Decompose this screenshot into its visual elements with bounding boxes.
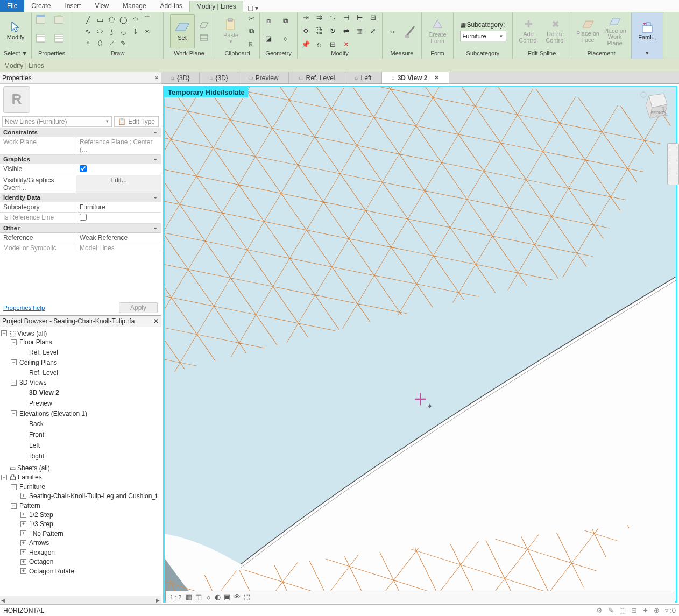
- status-icon-5[interactable]: ✦: [642, 606, 648, 614]
- mod-unpin[interactable]: ⎌: [314, 39, 324, 49]
- view-tab-3[interactable]: ▭Ref. Level: [289, 72, 345, 84]
- tab-manage[interactable]: Manage: [116, 0, 153, 12]
- visual-style-icon[interactable]: ◫: [195, 593, 202, 601]
- project-browser-close[interactable]: ✕: [153, 317, 159, 325]
- tab-insert[interactable]: Insert: [58, 0, 88, 12]
- tab-modify-lines[interactable]: Modify | Lines: [189, 1, 243, 12]
- tree-toggle[interactable]: +: [20, 568, 26, 574]
- view-scale[interactable]: 1 : 2: [170, 594, 181, 600]
- draw-ellipse[interactable]: ⬭: [95, 26, 105, 36]
- family-dropdown[interactable]: ▾: [646, 49, 649, 58]
- edit-vg-button[interactable]: Edit...: [76, 175, 161, 193]
- view-cube[interactable]: FRONT RIGHT: [638, 89, 671, 123]
- tree-toggle[interactable]: −: [11, 380, 17, 386]
- crop-icon[interactable]: ▣: [224, 593, 230, 601]
- tree-toggle[interactable]: +: [20, 540, 26, 546]
- tree-ceilingplans[interactable]: Ceiling Plans: [19, 359, 57, 366]
- mod-move[interactable]: ✥: [301, 26, 310, 36]
- tree-toggle[interactable]: −: [1, 475, 7, 480]
- close-icon[interactable]: ✕: [434, 74, 439, 81]
- edit-type-button[interactable]: 📋 Edit Type: [114, 116, 159, 127]
- view-tab-1[interactable]: ⌂{3D}: [200, 72, 238, 84]
- view-tab-2[interactable]: ▭Preview: [238, 72, 289, 84]
- view-tab-4[interactable]: ⌂Left: [345, 72, 382, 84]
- draw-pick[interactable]: ⌖: [83, 38, 93, 48]
- family-button[interactable]: Fami...: [635, 14, 660, 48]
- row-model-symbolic[interactable]: Model or SymbolicModel Lines: [0, 243, 161, 253]
- draw-poly[interactable]: ⬠: [107, 15, 117, 24]
- shadow-icon[interactable]: ◐: [215, 593, 221, 601]
- cut-btn[interactable]: ✂: [246, 13, 256, 23]
- tree-p6[interactable]: Octagon: [29, 558, 53, 565]
- row-workplane[interactable]: Work PlaneReference Plane : Center (...: [0, 137, 161, 155]
- properties-close[interactable]: ✕: [154, 75, 159, 81]
- row-vg[interactable]: Visibility/Graphics Overri...Edit...: [0, 175, 161, 193]
- tree-toggle[interactable]: +: [20, 512, 26, 518]
- tree-toggle[interactable]: +: [20, 521, 26, 527]
- tab-file[interactable]: File: [0, 0, 24, 12]
- delete-control-button[interactable]: ✖ Delete Control: [543, 14, 568, 48]
- apply-button[interactable]: Apply: [119, 302, 158, 313]
- tree-sheets[interactable]: Sheets (all): [17, 464, 50, 472]
- draw-line[interactable]: ╱: [83, 15, 93, 24]
- draw-spline[interactable]: ∿: [83, 26, 93, 36]
- tree-toggle[interactable]: −: [11, 339, 17, 345]
- copy-btn[interactable]: ⧉: [246, 26, 256, 36]
- tree-3dviews[interactable]: 3D Views: [19, 379, 46, 386]
- tree-toggle[interactable]: −: [11, 410, 17, 416]
- workplane-tool[interactable]: Set: [170, 14, 195, 48]
- tree-pattern[interactable]: Pattern: [19, 502, 40, 509]
- sun-icon[interactable]: ☼: [205, 593, 211, 601]
- place-face-button[interactable]: Place on Face: [576, 14, 600, 48]
- paste-button[interactable]: Paste ▼: [218, 14, 243, 48]
- pb-scroll[interactable]: ◀▶: [0, 596, 161, 604]
- mod-mirror[interactable]: ⇋: [328, 12, 337, 22]
- status-icon-6[interactable]: ⊕: [654, 606, 660, 614]
- tree-3dview2[interactable]: 3D View 2: [29, 389, 59, 396]
- draw-arc4[interactable]: ⤵: [131, 26, 140, 36]
- status-icon-2[interactable]: ✎: [608, 606, 614, 614]
- project-browser-tree[interactable]: −⬚ Views (all) −Floor Plans Ref. Level −…: [0, 327, 161, 596]
- tree-toggle[interactable]: +: [20, 559, 26, 565]
- tab-view[interactable]: View: [88, 0, 116, 12]
- properties-help-link[interactable]: Properties help: [3, 305, 45, 311]
- draw-arc2[interactable]: ⌒: [143, 15, 152, 24]
- mod-rotate[interactable]: ↻: [328, 26, 337, 36]
- tree-furn1[interactable]: Seating-Chair-Knoll-Tulip-Leg and Cushio…: [29, 492, 157, 500]
- add-control-button[interactable]: ✚ Add Control: [516, 14, 541, 48]
- draw-arc1[interactable]: ◠: [131, 15, 140, 24]
- tree-back[interactable]: Back: [29, 420, 44, 428]
- tree-toggle[interactable]: −: [11, 484, 17, 490]
- row-isref[interactable]: Is Reference Line: [0, 213, 161, 224]
- draw-arc5[interactable]: ⟋: [107, 38, 117, 48]
- visible-checkbox[interactable]: [80, 165, 87, 172]
- mod-group[interactable]: ⊞: [328, 39, 337, 49]
- mod-pin[interactable]: 📌: [301, 39, 310, 49]
- navigation-bar[interactable]: [667, 143, 679, 185]
- match-btn[interactable]: ⎘: [246, 39, 256, 49]
- row-visible[interactable]: Visible: [0, 164, 161, 175]
- draw-circ[interactable]: ◯: [119, 15, 129, 24]
- status-icon-1[interactable]: ⚙: [596, 606, 603, 614]
- row-subcategory[interactable]: SubcategoryFurniture: [0, 202, 161, 213]
- tree-p4[interactable]: Arrows: [29, 539, 49, 547]
- geom-split[interactable]: ⟐: [281, 33, 291, 43]
- tree-toggle[interactable]: −: [1, 330, 7, 336]
- filter-indicator[interactable]: ▿:0: [665, 606, 676, 614]
- geom-join[interactable]: ⧈: [264, 16, 273, 26]
- tree-fp-ref[interactable]: Ref. Level: [29, 349, 58, 356]
- geom-paint[interactable]: ◪: [264, 33, 273, 43]
- tree-furniture[interactable]: Furniture: [19, 483, 45, 491]
- tree-preview[interactable]: Preview: [29, 400, 52, 407]
- section-constraints[interactable]: Constraints⌄: [0, 128, 161, 137]
- detail-level-icon[interactable]: ▦: [186, 593, 192, 601]
- mod-scale[interactable]: ⤢: [368, 26, 378, 36]
- tree-right[interactable]: Right: [29, 452, 44, 460]
- section-identity[interactable]: Identity Data⌄: [0, 193, 161, 202]
- isref-checkbox[interactable]: [80, 214, 87, 221]
- section-other[interactable]: Other⌄: [0, 224, 161, 233]
- nav-pan[interactable]: [669, 173, 677, 181]
- tree-toggle[interactable]: +: [20, 493, 26, 499]
- nav-zoom[interactable]: [669, 147, 677, 155]
- draw-star[interactable]: ✶: [143, 26, 152, 36]
